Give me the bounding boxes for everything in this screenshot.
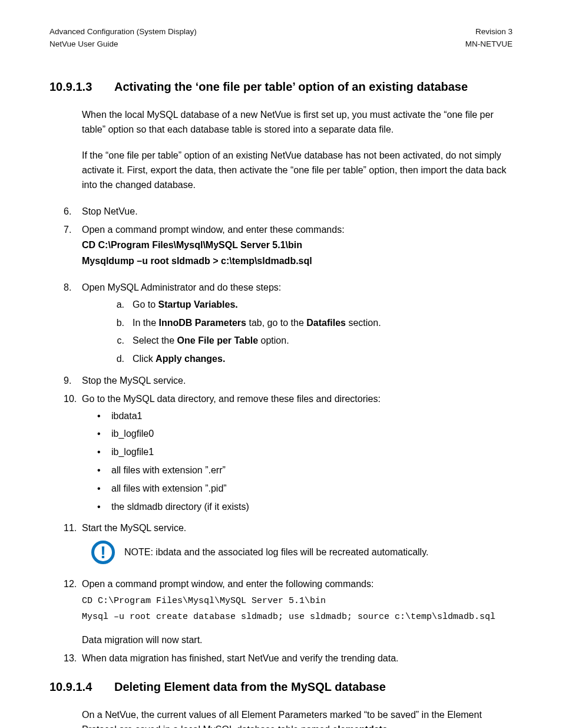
substeps: a. Go to Startup Variables. b. In the In… — [82, 298, 513, 367]
step-13: 13. When data migration has finished, st… — [49, 651, 513, 666]
step-marker: 8. — [49, 281, 82, 370]
substep-d: d. Click Apply changes. — [82, 352, 513, 367]
step-text: Open a command prompt window, and enter … — [82, 225, 345, 235]
page: Advanced Configuration (System Display) … — [0, 0, 562, 728]
header-left-1: Advanced Configuration (System Display) — [49, 26, 197, 38]
header-right: Revision 3 MN-NETVUE — [465, 26, 513, 51]
substep-text: Select the One File per Table option. — [133, 334, 513, 348]
note-text: NOTE: ibdata and the associated log file… — [124, 545, 513, 560]
substep-text: In the InnoDB Parameters tab, go to the … — [133, 316, 513, 331]
header-left: Advanced Configuration (System Display) … — [49, 26, 197, 51]
code-line: CD C:\Program Files\Mysql\MySQL Server 5… — [82, 594, 513, 608]
section-number: 10.9.1.4 — [49, 678, 114, 696]
section-title: Deleting Element data from the MySQL dat… — [114, 678, 513, 696]
substep-a: a. Go to Startup Variables. — [82, 298, 513, 312]
step-marker: 6. — [49, 205, 82, 219]
step-12: 12. Open a command prompt window, and en… — [49, 577, 513, 648]
step-content: Open a command prompt window, and enter … — [82, 223, 513, 270]
list-item: •all files with extension ”.pid” — [96, 482, 513, 496]
substep-b: b. In the InnoDB Parameters tab, go to t… — [82, 316, 513, 331]
list-item: •ibdata1 — [96, 409, 513, 424]
bullet-icon: • — [96, 445, 111, 460]
bullet-icon: • — [96, 427, 111, 442]
bullet-icon: • — [96, 463, 111, 478]
step-10: 10. Go to the MySQL data directory, and … — [49, 392, 513, 518]
substep-c: c. Select the One File per Table option. — [82, 334, 513, 348]
code-line: Mysql –u root create database sldmadb; u… — [82, 610, 513, 624]
note-block: ! NOTE: ibdata and the associated log fi… — [82, 541, 513, 564]
step-marker: 13. — [49, 651, 82, 666]
step-9: 9. Stop the MySQL service. — [49, 374, 513, 388]
step-text: When data migration has finished, start … — [82, 651, 513, 666]
step-11: 11. Start the MySQL service. ! NOTE: ibd… — [49, 521, 513, 574]
bullet-icon: • — [96, 409, 111, 424]
step-content: Open a command prompt window, and enter … — [82, 577, 513, 648]
step-followup: Data migration will now start. — [82, 633, 513, 648]
section-heading-1: 10.9.1.3 Activating the ‘one file per ta… — [49, 78, 513, 96]
header-right-1: Revision 3 — [465, 26, 513, 38]
step-marker: 11. — [49, 521, 82, 574]
info-exclamation-icon: ! — [91, 541, 115, 564]
substep-marker: b. — [82, 316, 133, 331]
step-text: Start the MySQL service. — [82, 523, 186, 533]
running-header: Advanced Configuration (System Display) … — [49, 26, 513, 51]
step-marker: 9. — [49, 374, 82, 388]
header-left-2: NetVue User Guide — [49, 38, 197, 51]
list-item: •all files with extension ”.err” — [96, 463, 513, 478]
intro-para-2: If the “one file per table” option of an… — [49, 149, 513, 192]
substep-text: Go to Startup Variables. — [133, 298, 513, 312]
step-text: Open a command prompt window, and enter … — [82, 579, 373, 589]
step-content: Go to the MySQL data directory, and remo… — [82, 392, 513, 518]
bullet-icon: • — [96, 500, 111, 515]
step-marker: 10. — [49, 392, 82, 518]
substep-marker: a. — [82, 298, 133, 312]
bullet-icon: • — [96, 482, 111, 496]
bullet-list: •ibdata1 •ib_logfile0 •ib_logfile1 •all … — [96, 409, 513, 515]
header-right-2: MN-NETVUE — [465, 38, 513, 51]
section-heading-2: 10.9.1.4 Deleting Element data from the … — [49, 678, 513, 696]
step-8: 8. Open MySQL Administrator and do these… — [49, 281, 513, 370]
section-title: Activating the ‘one file per table’ opti… — [114, 78, 513, 96]
note-icon-holder: ! — [82, 541, 124, 564]
step-text: Stop the MySQL service. — [82, 374, 513, 388]
step-text: Stop NetVue. — [82, 205, 513, 219]
step-text: Open MySQL Administrator and do these st… — [82, 282, 281, 292]
step-content: Start the MySQL service. ! NOTE: ibdata … — [82, 521, 513, 574]
section2-para: On a NetVue, the current values of all E… — [49, 708, 513, 728]
command-line: Mysqldump –u root sldmadb > c:\temp\sldm… — [82, 254, 513, 269]
numbered-steps: 6. Stop NetVue. 7. Open a command prompt… — [49, 205, 513, 666]
step-content: Open MySQL Administrator and do these st… — [82, 281, 513, 370]
substep-text: Click Apply changes. — [133, 352, 513, 367]
list-item: •the sldmadb directory (if it exists) — [96, 500, 513, 515]
intro-para-1: When the local MySQL database of a new N… — [49, 108, 513, 137]
list-item: •ib_logfile0 — [96, 427, 513, 442]
step-6: 6. Stop NetVue. — [49, 205, 513, 219]
step-7: 7. Open a command prompt window, and ent… — [49, 223, 513, 270]
list-item: •ib_logfile1 — [96, 445, 513, 460]
section-number: 10.9.1.3 — [49, 78, 114, 96]
step-marker: 7. — [49, 223, 82, 270]
step-marker: 12. — [49, 577, 82, 648]
step-text: Go to the MySQL data directory, and remo… — [82, 394, 381, 404]
substep-marker: d. — [82, 352, 133, 367]
command-line: CD C:\Program Files\Mysql\MySQL Server 5… — [82, 238, 513, 253]
substep-marker: c. — [82, 334, 133, 348]
